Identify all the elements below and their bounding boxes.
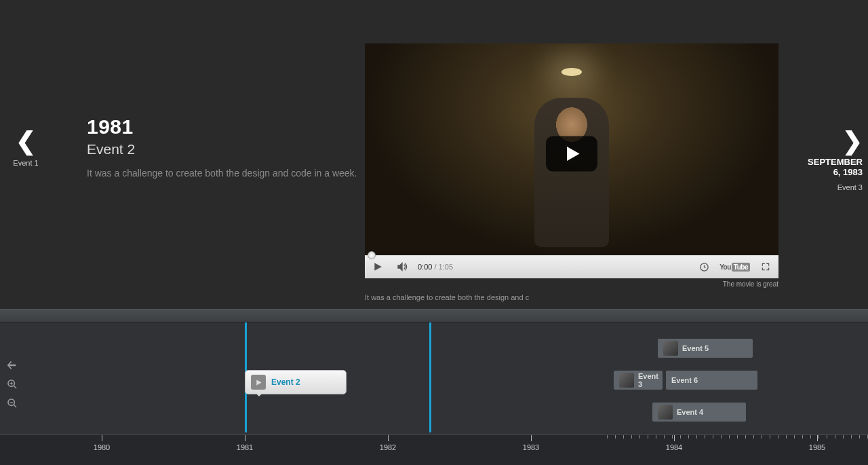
axis-minor-tick bbox=[664, 435, 665, 439]
play-button[interactable] bbox=[369, 258, 387, 276]
volume-icon bbox=[397, 261, 408, 272]
timeline-event-label: Event 2 bbox=[271, 377, 300, 387]
axis-minor-tick bbox=[794, 435, 795, 439]
fullscreen-icon bbox=[761, 262, 770, 272]
axis-minor-tick bbox=[615, 435, 616, 439]
axis-year-label: 1981 bbox=[237, 443, 253, 451]
prev-event-label: Event 1 bbox=[5, 159, 46, 167]
axis-minor-tick bbox=[786, 435, 787, 439]
axis-minor-tick bbox=[802, 435, 803, 439]
axis-minor-tick bbox=[623, 435, 624, 439]
axis-minor-tick bbox=[810, 435, 811, 439]
axis-minor-tick bbox=[672, 435, 673, 439]
timeline-event-box[interactable]: Event 4 bbox=[652, 403, 746, 422]
axis-minor-tick bbox=[778, 435, 778, 439]
timeline-axis[interactable]: 198019811982198319841985 bbox=[0, 434, 868, 465]
next-event-nav[interactable]: ❯ SEPTEMBER 6, 1983 Event 3 bbox=[798, 129, 863, 191]
fullscreen-button[interactable] bbox=[757, 258, 774, 276]
axis-minor-tick bbox=[770, 435, 770, 439]
timeline-canvas[interactable]: Event 2Event 5Event 3Event 6Event 4 bbox=[0, 322, 868, 434]
chevron-right-icon: ❯ bbox=[798, 129, 863, 153]
axis-minor-tick bbox=[631, 435, 632, 439]
play-overlay-button[interactable] bbox=[546, 136, 597, 172]
axis-year-label: 1984 bbox=[666, 443, 682, 451]
video-credit: The movie is great bbox=[365, 280, 778, 288]
video-container: 0:00 / 1:05 YouTube The movie is great I… bbox=[365, 43, 778, 301]
axis-minor-tick bbox=[843, 435, 844, 439]
svg-marker-10 bbox=[256, 379, 261, 385]
timeline-divider bbox=[0, 309, 868, 322]
svg-marker-1 bbox=[374, 263, 382, 271]
axis-minor-tick bbox=[607, 435, 608, 439]
axis-tick bbox=[817, 435, 818, 441]
axis-minor-tick bbox=[721, 435, 722, 439]
axis-minor-tick bbox=[656, 435, 656, 439]
time-total: / 1:05 bbox=[434, 263, 453, 271]
timeline-event-box[interactable]: Event 6 bbox=[666, 371, 757, 390]
axis-minor-tick bbox=[745, 435, 746, 439]
axis-tick bbox=[388, 435, 389, 441]
axis-minor-tick bbox=[859, 435, 860, 439]
axis-year-label: 1982 bbox=[380, 443, 396, 451]
axis-minor-tick bbox=[648, 435, 648, 439]
event-title: Event 2 bbox=[87, 141, 358, 157]
axis-tick bbox=[531, 435, 532, 441]
timeline-event-label: Event 6 bbox=[671, 376, 698, 384]
timeline-event-label: Event 3 bbox=[638, 372, 658, 388]
axis-minor-tick bbox=[705, 435, 705, 439]
timeline-event-label: Event 5 bbox=[682, 344, 709, 352]
timeline-event-box[interactable]: Event 3 bbox=[614, 371, 663, 390]
timeline-event-flag[interactable]: Event 2 bbox=[245, 370, 347, 394]
time-current: 0:00 bbox=[418, 263, 432, 271]
event-thumb bbox=[663, 341, 678, 356]
event-detail: 1981 Event 2 It was a challenge to creat… bbox=[87, 115, 358, 181]
event-thumb bbox=[619, 373, 634, 388]
timeline-event-label: Event 4 bbox=[677, 408, 703, 416]
axis-minor-tick bbox=[688, 435, 689, 439]
scrubber-knob[interactable] bbox=[368, 251, 376, 259]
next-event-label: Event 3 bbox=[798, 183, 863, 191]
axis-year-label: 1983 bbox=[523, 443, 539, 451]
timeline-area: Event 2Event 5Event 3Event 6Event 4 1980… bbox=[0, 322, 868, 465]
axis-minor-tick bbox=[753, 435, 754, 439]
watch-later-button[interactable] bbox=[695, 258, 713, 276]
axis-year-label: 1980 bbox=[94, 443, 110, 451]
axis-minor-tick bbox=[835, 435, 835, 439]
svg-marker-0 bbox=[567, 147, 580, 161]
event-description: It was a challenge to create both the de… bbox=[87, 167, 358, 181]
axis-minor-tick bbox=[713, 435, 713, 439]
play-icon bbox=[251, 375, 266, 390]
axis-tick bbox=[102, 435, 102, 441]
youtube-logo[interactable]: YouTube bbox=[719, 263, 750, 271]
event-year: 1981 bbox=[87, 115, 358, 138]
axis-minor-tick bbox=[737, 435, 738, 439]
timeline-marker bbox=[429, 322, 431, 432]
axis-minor-tick bbox=[680, 435, 681, 439]
axis-tick bbox=[674, 435, 675, 441]
video-frame: 0:00 / 1:05 YouTube bbox=[365, 43, 778, 278]
event-thumb bbox=[658, 405, 673, 420]
axis-minor-tick bbox=[639, 435, 640, 439]
clock-icon bbox=[699, 262, 709, 272]
play-icon bbox=[373, 262, 382, 272]
axis-minor-tick bbox=[762, 435, 762, 439]
content-area: ❮ Event 1 ❯ SEPTEMBER 6, 1983 Event 3 19… bbox=[0, 0, 868, 309]
axis-tick bbox=[245, 435, 245, 441]
video-controls: 0:00 / 1:05 YouTube bbox=[365, 255, 778, 278]
axis-year-label: 1985 bbox=[809, 443, 825, 451]
chevron-left-icon: ❮ bbox=[5, 129, 46, 153]
axis-minor-tick bbox=[729, 435, 730, 439]
timeline-event-box[interactable]: Event 5 bbox=[658, 339, 753, 358]
video-caption: It was a challenge to create both the de… bbox=[365, 293, 778, 301]
axis-minor-tick bbox=[818, 435, 819, 439]
play-icon bbox=[562, 145, 581, 164]
axis-minor-tick bbox=[827, 435, 827, 439]
axis-minor-tick bbox=[851, 435, 852, 439]
prev-event-nav[interactable]: ❮ Event 1 bbox=[5, 129, 46, 167]
next-event-date: SEPTEMBER 6, 1983 bbox=[798, 157, 863, 178]
time-display: 0:00 / 1:05 bbox=[418, 263, 453, 271]
volume-button[interactable] bbox=[393, 258, 411, 276]
axis-minor-tick bbox=[696, 435, 697, 439]
